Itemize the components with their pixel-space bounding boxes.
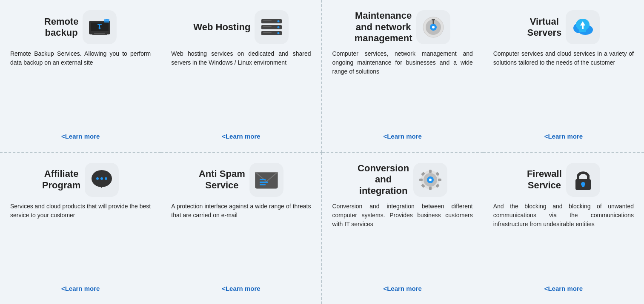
title-firewall: FirewallService	[527, 168, 562, 191]
title-conversion: Conversionandintegration	[358, 163, 409, 196]
title-remote-backup: Remotebackup	[44, 16, 79, 39]
card-top-web-hosting: Web Hosting	[193, 10, 289, 44]
card-top-anti-spam: Anti SpamService	[199, 163, 283, 197]
svg-rect-7	[92, 34, 107, 35]
body-web-hosting: Web hosting services on dedicated and sh…	[169, 49, 312, 127]
svg-rect-18	[263, 32, 272, 33]
web-hosting-icon	[255, 10, 289, 44]
svg-rect-40	[260, 182, 268, 183]
title-maintenance: Maintenanceand networkmanagement	[355, 10, 412, 44]
learn-more-conversion[interactable]: <Learn more	[383, 285, 421, 292]
maintenance-icon	[416, 10, 450, 44]
svg-rect-56	[582, 184, 584, 187]
svg-rect-39	[260, 179, 266, 180]
card-anti-spam: Anti SpamService A protection interface …	[161, 153, 322, 304]
service-grid: Remotebackup Remote Backup Services. All…	[0, 0, 644, 304]
card-top-affiliate-program: AffiliateProgram	[42, 163, 119, 197]
remote-backup-icon	[83, 10, 117, 44]
learn-more-virtual-servers[interactable]: <Learn more	[544, 133, 583, 140]
card-remote-backup: Remotebackup Remote Backup Services. All…	[0, 0, 161, 153]
affiliate-icon	[85, 163, 119, 197]
card-top-virtual-servers: VirtualServers	[527, 10, 600, 44]
body-anti-spam: A protection interface against a wide ra…	[169, 202, 312, 279]
card-top-firewall: FirewallService	[527, 163, 600, 197]
body-affiliate-program: Services and cloud products that will pr…	[9, 202, 152, 279]
svg-rect-2	[97, 24, 99, 25]
svg-point-11	[278, 20, 280, 23]
svg-rect-46	[429, 170, 432, 173]
card-top-maintenance: Maintenanceand networkmanagement	[355, 10, 451, 44]
svg-rect-48	[419, 179, 423, 181]
title-web-hosting: Web Hosting	[193, 22, 250, 33]
svg-rect-12	[263, 20, 272, 21]
svg-point-17	[278, 32, 280, 34]
svg-rect-49	[438, 179, 441, 181]
svg-rect-47	[429, 187, 432, 190]
svg-point-14	[278, 26, 280, 28]
svg-rect-30	[582, 25, 584, 29]
body-virtual-servers: Computer services and cloud services in …	[492, 49, 635, 127]
card-conversion: Conversionandintegration Conversion and …	[322, 153, 483, 304]
body-remote-backup: Remote Backup Services. Allowing you to …	[9, 49, 152, 127]
body-conversion: Conversion and integration between diffe…	[331, 202, 475, 279]
card-affiliate-program: AffiliateProgram Services and cloud prod…	[0, 153, 161, 304]
svg-point-34	[100, 177, 103, 180]
card-top-remote-backup: Remotebackup	[44, 10, 117, 44]
svg-point-33	[96, 177, 99, 180]
firewall-icon	[566, 163, 600, 197]
learn-more-affiliate-program[interactable]: <Learn more	[61, 285, 100, 292]
learn-more-remote-backup[interactable]: <Learn more	[61, 133, 100, 140]
learn-more-firewall[interactable]: <Learn more	[544, 285, 583, 292]
card-virtual-servers: VirtualServers Computer services and clo…	[483, 0, 644, 153]
body-firewall: And the blocking and blocking of unwante…	[492, 202, 635, 279]
svg-rect-3	[100, 24, 102, 25]
anti-spam-icon	[249, 163, 283, 197]
learn-more-anti-spam[interactable]: <Learn more	[222, 285, 260, 292]
card-web-hosting: Web Hosting Web hosting services on dedi…	[161, 0, 322, 153]
virtual-servers-icon	[566, 10, 600, 44]
svg-rect-6	[94, 33, 105, 34]
svg-rect-15	[263, 26, 272, 27]
card-firewall: FirewallService And the blocking and blo…	[483, 153, 644, 304]
conversion-icon	[413, 163, 447, 197]
title-virtual-servers: VirtualServers	[527, 16, 562, 39]
learn-more-maintenance[interactable]: <Learn more	[383, 133, 421, 140]
learn-more-web-hosting[interactable]: <Learn more	[222, 133, 260, 140]
title-anti-spam: Anti SpamService	[199, 168, 245, 191]
svg-point-35	[105, 177, 107, 180]
card-maintenance: Maintenanceand networkmanagement Compute…	[322, 0, 483, 153]
card-top-conversion: Conversionandintegration	[358, 163, 447, 197]
body-maintenance: Computer services, network management an…	[331, 49, 475, 127]
title-affiliate-program: AffiliateProgram	[42, 168, 80, 191]
svg-point-22	[432, 26, 435, 28]
svg-rect-41	[260, 184, 266, 185]
svg-point-45	[429, 179, 432, 181]
